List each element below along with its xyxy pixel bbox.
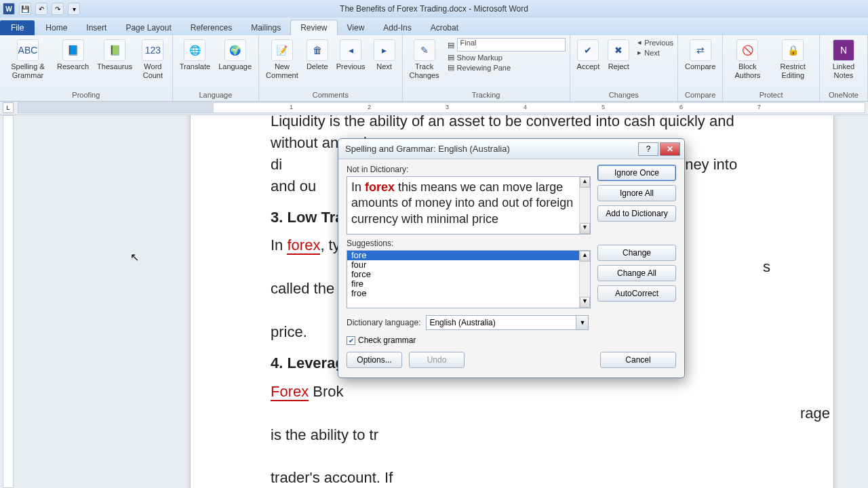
tab-file[interactable]: File	[0, 20, 35, 35]
suggestion-item[interactable]: force	[347, 270, 590, 279]
display-review-select[interactable]: Final	[457, 38, 566, 52]
change-all-button[interactable]: Change All	[597, 265, 676, 281]
reject-button[interactable]: ✖Reject	[605, 38, 632, 73]
suggestion-item[interactable]: fire	[347, 279, 590, 289]
group-protect: 🚫Block Authors 🔒Restrict Editing Protect	[723, 35, 820, 101]
group-label: Changes	[609, 89, 639, 101]
display-icon: ▤	[448, 41, 454, 49]
next-change-button[interactable]: ▸Next	[637, 48, 673, 57]
language-button[interactable]: 🌍Language	[216, 38, 254, 73]
qat-dropdown-icon[interactable]: ▾	[68, 3, 80, 15]
accept-button[interactable]: ✔Accept	[574, 38, 603, 73]
tab-selector[interactable]: L	[3, 102, 14, 113]
ignore-once-button[interactable]: Ignore Once	[597, 165, 676, 181]
book-icon: 📗	[104, 39, 125, 61]
suggestion-item[interactable]: froe	[347, 289, 590, 298]
check-grammar-checkbox[interactable]: ✔ Check grammar	[347, 336, 676, 345]
dictionary-language-select[interactable]: English (Australia) ▼	[426, 315, 589, 330]
group-proofing: ABCSpelling & Grammar 📘Research 📗Thesaur…	[0, 35, 173, 101]
window-title: The Benefits of Forex Trading.docx - Mic…	[340, 4, 528, 14]
globe-icon: 🌐	[184, 39, 205, 61]
research-button[interactable]: 📘Research	[54, 38, 92, 81]
options-button[interactable]: Options...	[347, 352, 402, 368]
next-icon: ▸	[374, 39, 395, 61]
chevron-down-icon[interactable]: ▼	[576, 316, 588, 329]
prev-icon: ◂	[637, 38, 642, 47]
linked-notes-button[interactable]: NLinked Notes	[824, 38, 863, 81]
tab-insert[interactable]: Insert	[77, 20, 116, 35]
autocorrect-button[interactable]: AutoCorrect	[597, 285, 676, 302]
group-compare: ⇄Compare Compare	[678, 35, 723, 101]
markup-icon: ▤	[448, 53, 454, 62]
prev-change-button[interactable]: ◂Previous	[637, 38, 673, 47]
spelling-dialog: Spelling and Grammar: English (Australia…	[338, 138, 685, 378]
book-icon: 📘	[62, 39, 84, 61]
check-icon: ABC	[17, 39, 39, 61]
context-scrollbar[interactable]: ▲ ▼	[579, 177, 590, 234]
undo-button: Undo	[409, 352, 465, 368]
close-button[interactable]: ✕	[660, 142, 680, 156]
tab-pagelayout[interactable]: Page Layout	[116, 20, 180, 35]
suggestions-scrollbar[interactable]: ▲ ▼	[579, 251, 590, 308]
pane-icon: ▤	[448, 63, 454, 72]
help-button[interactable]: ?	[638, 142, 658, 156]
scroll-down-icon[interactable]: ▼	[580, 223, 590, 234]
context-textbox[interactable]: In forex this means we can move large am…	[347, 176, 591, 235]
reviewing-pane-button[interactable]: ▤Reviewing Pane	[448, 63, 566, 72]
body-paragraph: Forex Brok xxxxxxxxxxxxxxxxxxxxxxxxxxxxx…	[271, 381, 753, 488]
group-label: Language	[199, 89, 232, 101]
cancel-button[interactable]: Cancel	[600, 352, 676, 368]
accept-icon: ✔	[577, 39, 599, 61]
group-label: Protect	[760, 89, 783, 101]
show-markup-button[interactable]: ▤Show Markup	[448, 53, 566, 62]
compare-button[interactable]: ⇄Compare	[682, 38, 718, 73]
save-icon[interactable]: 💾	[19, 3, 31, 15]
scroll-up-icon[interactable]: ▲	[580, 177, 590, 188]
change-button[interactable]: Change	[597, 245, 676, 261]
wordcount-button[interactable]: 123Word Count	[138, 38, 168, 81]
scroll-down-icon[interactable]: ▼	[580, 297, 590, 308]
spelling-grammar-button[interactable]: ABCSpelling & Grammar	[4, 38, 52, 81]
tab-home[interactable]: Home	[36, 20, 77, 35]
mouse-cursor-icon: ↖	[130, 251, 139, 264]
add-to-dictionary-button[interactable]: Add to Dictionary	[597, 205, 676, 222]
error-word: forex	[365, 180, 395, 194]
track-changes-button[interactable]: ✎Track Changes	[407, 38, 442, 81]
tab-addins[interactable]: Add-Ins	[374, 20, 420, 35]
scroll-up-icon[interactable]: ▲	[580, 251, 590, 262]
next-comment-button[interactable]: ▸Next	[371, 38, 398, 81]
tab-acrobat[interactable]: Acrobat	[421, 20, 468, 35]
horizontal-ruler[interactable]: 1 2 3 4 5 6 7	[18, 102, 865, 113]
block-icon: 🚫	[736, 39, 758, 61]
suggestions-listbox[interactable]: fore four force fire froe ▲ ▼	[347, 250, 591, 308]
tab-references[interactable]: References	[181, 20, 241, 35]
group-comments: 📝New Comment 🗑Delete ◂Previous ▸Next Com…	[259, 35, 402, 101]
word-icon: W	[3, 3, 15, 15]
prev-comment-button[interactable]: ◂Previous	[334, 38, 368, 81]
ignore-all-button[interactable]: Ignore All	[597, 185, 676, 201]
prev-icon: ◂	[340, 39, 361, 61]
translate-button[interactable]: 🌐Translate	[177, 38, 213, 73]
group-label: Proofing	[72, 89, 100, 101]
new-comment-button[interactable]: 📝New Comment	[263, 38, 301, 81]
track-icon: ✎	[414, 39, 435, 61]
restrict-editing-button[interactable]: 🔒Restrict Editing	[771, 38, 815, 81]
thesaurus-button[interactable]: 📗Thesaurus	[94, 38, 135, 81]
delete-comment-button[interactable]: 🗑Delete	[304, 38, 331, 81]
tab-view[interactable]: View	[338, 20, 374, 35]
group-label: Comments	[313, 89, 349, 101]
undo-icon[interactable]: ↶	[35, 3, 47, 15]
tab-mailings[interactable]: Mailings	[241, 20, 290, 35]
spelling-error: forex	[287, 237, 320, 255]
tab-review[interactable]: Review	[290, 20, 337, 35]
lock-icon: 🔒	[782, 39, 804, 61]
block-authors-button[interactable]: 🚫Block Authors	[727, 38, 768, 81]
suggestion-item[interactable]: fore	[347, 251, 590, 260]
redo-icon[interactable]: ↷	[52, 3, 64, 15]
comment-icon: 📝	[271, 39, 293, 61]
onenote-icon: N	[833, 39, 854, 61]
dialog-titlebar[interactable]: Spelling and Grammar: English (Australia…	[338, 139, 684, 159]
suggestion-item[interactable]: four	[347, 260, 590, 270]
vertical-ruler[interactable]	[3, 115, 14, 488]
globe-icon: 🌍	[224, 39, 246, 61]
